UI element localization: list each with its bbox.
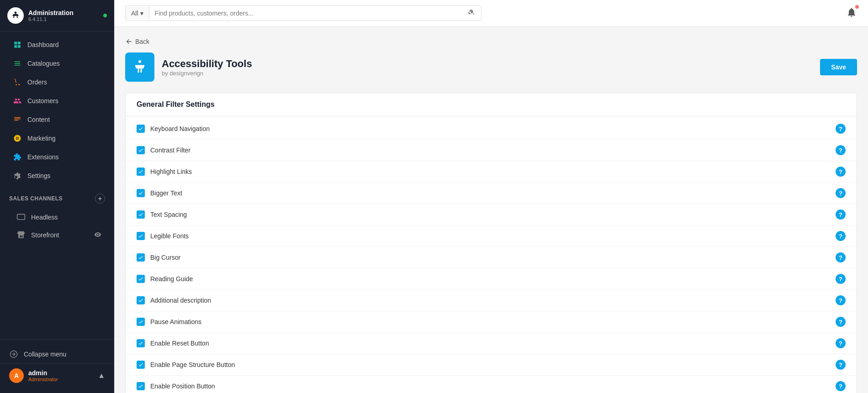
online-indicator — [103, 14, 107, 17]
svg-rect-1 — [14, 42, 17, 44]
filter-label-enable-page-structure-button: Enable Page Structure Button — [150, 361, 235, 368]
filter-item: Additional description ? — [126, 290, 857, 311]
sidebar-item-catalogues[interactable]: Catalogues — [4, 54, 111, 73]
filter-label-big-cursor: Big Cursor — [150, 254, 180, 261]
filter-item: Keyboard Navigation ? — [126, 118, 857, 140]
app-title-block: Accessibility Tools by designverign — [162, 58, 252, 77]
filter-label-enable-position-button: Enable Position Button — [150, 383, 215, 390]
filter-item: Bigger Text ? — [126, 183, 857, 204]
sidebar-item-settings[interactable]: Settings — [4, 167, 111, 185]
sidebar-footer: Collapse menu A admin Administrator ▲ — [0, 339, 114, 393]
help-icon-legible-fonts[interactable]: ? — [836, 231, 846, 241]
filter-checkbox-text-spacing[interactable] — [137, 210, 145, 219]
customers-icon — [13, 96, 22, 105]
content-icon — [13, 115, 22, 124]
help-icon-big-cursor[interactable]: ? — [836, 252, 846, 262]
filter-checkbox-keyboard-navigation[interactable] — [137, 125, 145, 133]
sidebar-version: 6.4.11.1 — [28, 16, 74, 22]
filter-left: Pause Animations — [137, 318, 201, 326]
help-icon-enable-reset-button[interactable]: ? — [836, 338, 846, 348]
filter-checkbox-enable-page-structure-button[interactable] — [137, 361, 145, 369]
help-icon-reading-guide[interactable]: ? — [836, 274, 846, 284]
extensions-icon — [13, 152, 22, 162]
user-info: admin Administrator — [28, 369, 58, 382]
help-icon-text-spacing[interactable]: ? — [836, 210, 846, 220]
sidebar-item-headless[interactable]: Headless — [4, 209, 111, 226]
help-icon-highlight-links[interactable]: ? — [836, 167, 846, 177]
filter-left: Big Cursor — [137, 253, 180, 262]
filter-label-contrast-filter: Contrast Filter — [150, 147, 191, 154]
filter-left: Text Spacing — [137, 210, 187, 219]
sidebar-item-label: Marketing — [27, 135, 55, 142]
filter-left: Enable Reset Button — [137, 339, 209, 347]
filter-checkbox-reading-guide[interactable] — [137, 275, 145, 283]
help-icon-keyboard-navigation[interactable]: ? — [836, 124, 846, 134]
back-label: Back — [135, 38, 149, 45]
sidebar-item-label: Storefront — [31, 231, 59, 239]
add-sales-channel-button[interactable]: + — [95, 194, 105, 204]
sidebar-item-label: Orders — [27, 79, 47, 86]
app-header: Accessibility Tools by designverign Save — [125, 52, 857, 82]
filter-left: Enable Position Button — [137, 382, 215, 390]
svg-point-7 — [138, 60, 141, 63]
filter-checkbox-pause-animations[interactable] — [137, 318, 145, 326]
sales-channels-section: Sales Channels + — [0, 189, 114, 208]
sidebar-item-label: Headless — [31, 214, 58, 221]
notification-badge — [855, 5, 859, 9]
help-icon-additional-description[interactable]: ? — [836, 295, 846, 305]
filter-item: Enable Position Button ? — [126, 376, 857, 393]
sidebar-item-label: Dashboard — [27, 41, 59, 48]
help-icon-pause-animations[interactable]: ? — [836, 317, 846, 327]
notification-button[interactable] — [846, 7, 857, 20]
filter-item: Contrast Filter ? — [126, 140, 857, 161]
user-profile[interactable]: A admin Administrator ▲ — [0, 363, 114, 388]
collapse-menu-button[interactable]: Collapse menu — [0, 345, 114, 363]
sidebar-item-customers[interactable]: Customers — [4, 92, 111, 110]
marketing-icon — [13, 134, 22, 143]
filter-checkbox-enable-position-button[interactable] — [137, 382, 145, 390]
search-button[interactable] — [463, 6, 481, 21]
storefront-icon — [16, 231, 26, 240]
sidebar-item-storefront[interactable]: Storefront — [4, 226, 111, 244]
sidebar-item-dashboard[interactable]: Dashboard — [4, 36, 111, 54]
help-icon-contrast-filter[interactable]: ? — [836, 145, 846, 155]
filter-checkbox-highlight-links[interactable] — [137, 168, 145, 176]
top-bar-actions — [846, 7, 857, 20]
svg-rect-2 — [18, 42, 21, 44]
filter-checkbox-big-cursor[interactable] — [137, 253, 145, 262]
sidebar-item-orders[interactable]: Orders — [4, 73, 111, 91]
filter-left: Legible Fonts — [137, 232, 189, 240]
sidebar-item-marketing[interactable]: Marketing — [4, 129, 111, 147]
help-icon-enable-position-button[interactable]: ? — [836, 381, 846, 391]
help-icon-enable-page-structure-button[interactable]: ? — [836, 360, 846, 370]
filter-item: Highlight Links ? — [126, 161, 857, 183]
filter-checkbox-legible-fonts[interactable] — [137, 232, 145, 240]
filter-left: Enable Page Structure Button — [137, 361, 235, 369]
filter-checkbox-bigger-text[interactable] — [137, 189, 145, 197]
filter-left: Additional description — [137, 296, 211, 304]
avatar: A — [9, 368, 24, 383]
filter-label-keyboard-navigation: Keyboard Navigation — [150, 125, 210, 132]
filter-left: Bigger Text — [137, 189, 182, 197]
user-name: admin — [28, 369, 58, 377]
filter-item: Enable Reset Button ? — [126, 333, 857, 354]
page-content: Back Accessibility Tools by designverign… — [114, 27, 868, 393]
orders-icon — [13, 78, 22, 87]
filter-checkbox-enable-reset-button[interactable] — [137, 339, 145, 347]
filter-checkbox-additional-description[interactable] — [137, 296, 145, 304]
save-button[interactable]: Save — [820, 59, 857, 75]
sidebar-item-content[interactable]: Content — [4, 110, 111, 129]
help-icon-bigger-text[interactable]: ? — [836, 188, 846, 198]
sidebar-item-label: Catalogues — [27, 60, 60, 67]
sidebar-item-extensions[interactable]: Extensions — [4, 148, 111, 166]
sidebar-item-label: Customers — [27, 97, 58, 105]
dashboard-icon — [13, 40, 22, 49]
search-input[interactable] — [149, 7, 463, 20]
top-bar: All ▾ — [114, 0, 868, 27]
user-role: Administrator — [28, 377, 58, 382]
filter-item: Pause Animations ? — [126, 311, 857, 333]
search-filter-dropdown[interactable]: All ▾ — [126, 7, 149, 20]
back-button[interactable]: Back — [125, 38, 857, 45]
filter-checkbox-contrast-filter[interactable] — [137, 146, 145, 154]
filter-left: Highlight Links — [137, 168, 192, 176]
